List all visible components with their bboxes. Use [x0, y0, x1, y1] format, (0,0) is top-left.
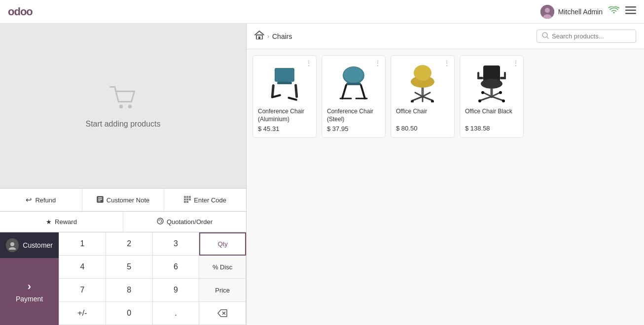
svg-rect-57 [504, 72, 506, 79]
product-image [258, 61, 311, 105]
customer-note-label: Customer Note [107, 196, 149, 204]
search-bar[interactable] [537, 30, 636, 43]
product-name: Conference Chair (Aluminium) [258, 108, 311, 123]
payment-arrow-icon: › [28, 280, 31, 293]
svg-point-7 [128, 105, 132, 109]
svg-rect-16 [186, 198, 188, 200]
svg-rect-4 [625, 10, 636, 11]
refund-button[interactable]: ↩ Refund [0, 189, 82, 211]
search-input[interactable] [552, 32, 631, 40]
svg-line-38 [342, 85, 346, 98]
numpad-3[interactable]: 3 [153, 232, 200, 256]
customer-icon [6, 238, 19, 252]
svg-point-36 [344, 67, 363, 83]
product-image [465, 61, 518, 105]
svg-rect-12 [184, 196, 186, 198]
svg-rect-37 [346, 83, 361, 85]
product-image [327, 61, 380, 105]
refund-icon: ↩ [26, 195, 32, 204]
numpad-9[interactable]: 9 [153, 279, 200, 302]
product-header: › Chairs [247, 24, 644, 49]
svg-line-39 [361, 85, 365, 98]
numpad-price[interactable]: Price [199, 279, 246, 302]
customer-button[interactable]: Customer [0, 232, 59, 258]
breadcrumb: › Chairs [254, 31, 292, 42]
right-panel: › Chairs ⋮ [247, 24, 644, 325]
numpad-7[interactable]: 7 [59, 279, 106, 302]
numpad-disc[interactable]: % Disc [199, 256, 246, 279]
numpad-2[interactable]: 2 [106, 232, 153, 256]
order-area: Start adding products [0, 24, 246, 188]
action-buttons: ↩ Refund Customer Note [0, 188, 246, 211]
svg-rect-19 [186, 201, 188, 203]
cart-icon-wrap [108, 83, 138, 115]
svg-point-67 [481, 91, 484, 94]
numpad-grid: 1 2 3 Qty 4 5 6 % Disc 7 8 9 Price +/- 0… [59, 232, 246, 325]
svg-rect-30 [277, 82, 292, 84]
svg-point-68 [499, 91, 502, 94]
odoo-logo: odoo [8, 5, 33, 18]
svg-point-58 [481, 79, 502, 89]
customer-note-button[interactable]: Customer Note [82, 189, 165, 211]
svg-line-61 [480, 97, 492, 100]
numpad-1[interactable]: 1 [59, 232, 106, 256]
user-name: Mitchell Admin [558, 8, 603, 16]
enter-code-label: Enter Code [194, 196, 226, 204]
product-price: $ 138.58 [465, 125, 518, 132]
breadcrumb-separator: › [267, 33, 269, 40]
product-card-office-chair-black[interactable]: ⋮ [460, 55, 524, 138]
product-info-icon[interactable]: ⋮ [373, 59, 382, 67]
numpad-0[interactable]: 0 [106, 302, 153, 325]
svg-rect-10 [98, 199, 102, 200]
numpad-5[interactable]: 5 [106, 256, 153, 279]
reward-icon: ★ [46, 218, 52, 226]
product-info-icon[interactable]: ⋮ [304, 59, 313, 67]
refund-label: Refund [35, 196, 56, 204]
reward-label: Reward [55, 218, 77, 226]
product-name: Office Chair Black [465, 108, 518, 123]
product-card-conf-chair-steel[interactable]: ⋮ Conference Chair (Steel) $ 37.95 [322, 55, 386, 138]
payment-label: Payment [16, 295, 43, 303]
customer-label: Customer [23, 241, 53, 249]
payment-button[interactable]: › Payment [0, 258, 59, 325]
enter-code-icon [184, 196, 191, 204]
svg-rect-17 [189, 198, 191, 200]
avatar [540, 5, 554, 19]
product-card-office-chair[interactable]: ⋮ [391, 55, 455, 138]
navbar: odoo Mitchell Admin [0, 0, 644, 24]
product-name: Conference Chair (Steel) [327, 108, 380, 123]
product-info-icon[interactable]: ⋮ [442, 59, 451, 67]
svg-point-21 [10, 242, 14, 246]
quotation-order-button[interactable]: Quotation/Order [123, 212, 246, 232]
numpad-8[interactable]: 8 [106, 279, 153, 302]
numpad-4[interactable]: 4 [59, 256, 106, 279]
breadcrumb-current[interactable]: Chairs [272, 32, 292, 40]
numpad-dot[interactable]: . [153, 302, 200, 325]
numpad-6[interactable]: 6 [153, 256, 200, 279]
search-icon [542, 32, 549, 40]
product-name: Office Chair [396, 108, 449, 123]
numpad-qty[interactable]: Qty [199, 232, 246, 256]
product-price: $ 80.50 [396, 125, 449, 132]
numpad-plusminus[interactable]: +/- [59, 302, 106, 325]
enter-code-button[interactable]: Enter Code [164, 189, 246, 211]
wifi-icon[interactable] [608, 6, 619, 17]
svg-rect-15 [184, 198, 186, 200]
reward-button[interactable]: ★ Reward [0, 212, 123, 232]
product-card-conf-chair-aluminium[interactable]: ⋮ Conference Chair (Aluminium) $ 45.31 [252, 55, 317, 138]
customer-payment-col: Customer › Payment [0, 232, 59, 325]
svg-line-28 [547, 37, 548, 38]
product-info-icon[interactable]: ⋮ [511, 59, 520, 67]
home-icon[interactable] [254, 31, 264, 42]
svg-line-63 [483, 93, 492, 97]
numpad-backspace[interactable] [199, 302, 246, 325]
svg-point-20 [157, 218, 163, 224]
main-area: Start adding products ↩ Refund Customer … [0, 24, 644, 325]
quotation-icon [157, 218, 164, 226]
hamburger-menu-icon[interactable] [625, 6, 636, 17]
svg-rect-26 [258, 36, 260, 39]
svg-point-1 [545, 8, 550, 13]
customer-note-icon [97, 196, 104, 204]
svg-line-64 [492, 93, 500, 97]
quotation-order-label: Quotation/Order [167, 218, 213, 226]
